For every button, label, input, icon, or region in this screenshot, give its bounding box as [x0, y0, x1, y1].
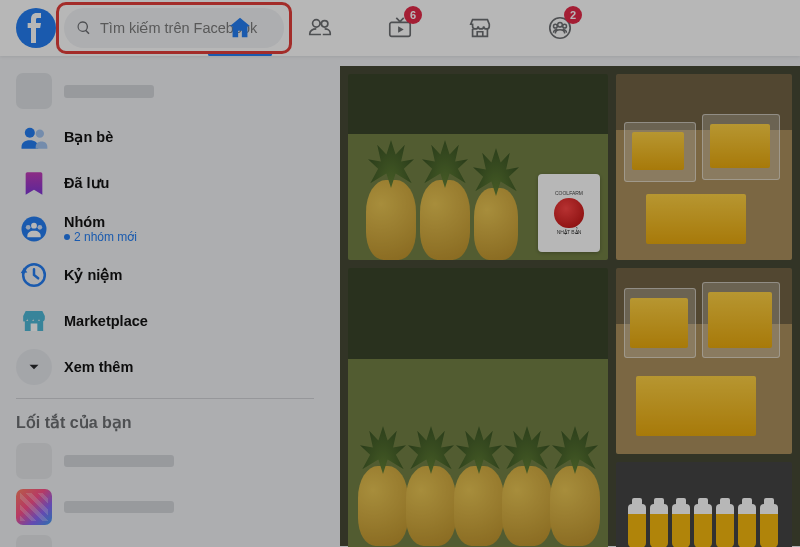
- svg-point-5: [26, 225, 31, 230]
- photo-thumbnail[interactable]: COOLFARM NHẬT BẢN: [348, 74, 608, 260]
- app-root: 6 2 Bạn bè Đã lưu: [0, 0, 800, 547]
- photo-grid: COOLFARM NHẬT BẢN: [348, 74, 792, 538]
- friends-color-icon: [16, 119, 52, 155]
- sidebar-item-friends[interactable]: Bạn bè: [8, 114, 322, 160]
- svg-point-6: [38, 225, 43, 230]
- sidebar-item-saved[interactable]: Đã lưu: [8, 160, 322, 206]
- shortcut-thumbnail: [16, 535, 52, 547]
- sidebar-item-label: Đã lưu: [64, 175, 109, 192]
- memories-icon: [16, 257, 52, 293]
- sidebar-item-see-more[interactable]: Xem thêm: [8, 344, 322, 390]
- shortcut-label-redacted: [64, 455, 174, 467]
- nav-marketplace[interactable]: [444, 0, 516, 56]
- shortcut-label-redacted: [64, 501, 174, 513]
- nav-home[interactable]: [204, 0, 276, 56]
- sidebar-item-groups[interactable]: Nhóm 2 nhóm mới: [8, 206, 322, 252]
- shortcut-item[interactable]: [8, 438, 322, 484]
- product-box: COOLFARM NHẬT BẢN: [538, 174, 600, 252]
- svg-point-1: [25, 128, 35, 138]
- sidebar-item-label: Xem thêm: [64, 359, 133, 376]
- groups-color-icon: [16, 211, 52, 247]
- profile-name-redacted: [64, 85, 154, 98]
- shortcut-item[interactable]: [8, 484, 322, 530]
- sidebar-item-sublabel: 2 nhóm mới: [64, 230, 137, 244]
- sidebar-item-label: Marketplace: [64, 313, 148, 330]
- nav-friends[interactable]: [284, 0, 356, 56]
- watch-badge: 6: [404, 6, 422, 24]
- left-sidebar: Bạn bè Đã lưu Nhóm 2 nhóm mới Kỷ niệm: [0, 56, 330, 547]
- bookmark-icon: [16, 165, 52, 201]
- marketplace-color-icon: [16, 303, 52, 339]
- top-bar: 6 2: [0, 0, 800, 56]
- avatar: [16, 73, 52, 109]
- shortcut-item[interactable]: [8, 530, 322, 547]
- photo-thumbnail[interactable]: [348, 268, 608, 547]
- marketplace-icon: [467, 15, 493, 41]
- search-icon: [76, 20, 92, 36]
- photo-thumbnail[interactable]: [616, 462, 792, 547]
- sidebar-item-marketplace[interactable]: Marketplace: [8, 298, 322, 344]
- sidebar-item-profile[interactable]: [8, 68, 322, 114]
- divider: [16, 398, 314, 399]
- home-icon: [227, 15, 253, 41]
- nav-groups[interactable]: 2: [524, 0, 596, 56]
- svg-point-4: [31, 223, 37, 229]
- sidebar-item-label: Kỷ niệm: [64, 267, 122, 284]
- svg-point-3: [22, 217, 47, 242]
- svg-rect-8: [31, 324, 38, 332]
- sidebar-item-text: Nhóm 2 nhóm mới: [64, 214, 137, 245]
- shortcut-thumbnail: [16, 489, 52, 525]
- facebook-logo[interactable]: [16, 8, 56, 48]
- shortcut-thumbnail: [16, 443, 52, 479]
- friends-icon: [307, 15, 333, 41]
- sidebar-item-memories[interactable]: Kỷ niệm: [8, 252, 322, 298]
- photo-post[interactable]: COOLFARM NHẬT BẢN: [340, 66, 800, 546]
- sidebar-item-label: Nhóm: [64, 214, 137, 231]
- groups-badge: 2: [564, 6, 582, 24]
- photo-thumbnail[interactable]: [616, 74, 792, 260]
- chevron-down-icon: [16, 349, 52, 385]
- photo-thumbnail[interactable]: [616, 268, 792, 454]
- nav-watch[interactable]: 6: [364, 0, 436, 56]
- shortcuts-heading: Lối tắt của bạn: [8, 407, 322, 438]
- sidebar-item-label: Bạn bè: [64, 129, 113, 146]
- svg-point-2: [36, 130, 44, 138]
- feed: COOLFARM NHẬT BẢN: [330, 56, 800, 547]
- top-nav: 6 2: [204, 0, 596, 56]
